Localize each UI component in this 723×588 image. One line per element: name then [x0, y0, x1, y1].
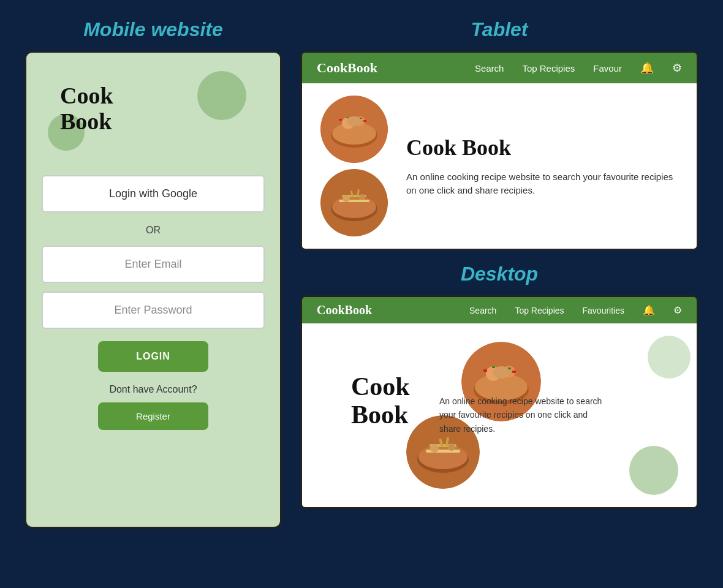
desktop-bell-icon[interactable]: 🔔	[643, 304, 655, 316]
mobile-mockup: Cook Book Login with Google OR Enter Ema…	[25, 51, 282, 529]
svg-point-35	[448, 443, 455, 451]
desktop-logo: CookBook	[317, 303, 372, 317]
svg-point-26	[493, 366, 510, 379]
desktop-nav-favourities[interactable]: Favourities	[583, 306, 624, 315]
desktop-nav-search[interactable]: Search	[469, 306, 496, 315]
or-label: OR	[42, 225, 265, 236]
mobile-logo: Cook Book	[60, 83, 113, 135]
desktop-nav: CookBook Search Top Recipies Favourities…	[302, 297, 697, 323]
desktop-nav-top-recipies[interactable]: Top Recipies	[515, 306, 564, 315]
gear-icon[interactable]: ⚙	[672, 61, 682, 75]
login-google-button[interactable]: Login with Google	[42, 175, 265, 213]
tablet-section-title: Tablet	[300, 18, 698, 41]
svg-rect-5	[339, 119, 342, 121]
svg-rect-24	[483, 369, 487, 372]
login-button[interactable]: LOGIN	[98, 341, 208, 372]
svg-rect-27	[492, 366, 495, 368]
food-image-1	[320, 96, 388, 163]
food-image-2	[320, 169, 388, 236]
desktop-description: An online cooking recipe website to sear…	[439, 394, 611, 435]
tablet-text-area: Cook Book An online cooking recipe websi…	[406, 135, 678, 198]
mobile-logo-area: Cook Book	[42, 71, 265, 151]
svg-rect-25	[512, 371, 516, 373]
svg-point-12	[332, 196, 376, 218]
tablet-nav: CookBook Search Top Recipies Favour 🔔 ⚙	[302, 53, 697, 83]
tablet-book-logo: Cook Book	[406, 135, 678, 160]
tablet-description: An online cooking recipe website to sear…	[406, 170, 678, 198]
desktop-content: Cook Book	[302, 323, 697, 507]
svg-rect-9	[360, 118, 362, 119]
email-input[interactable]: Enter Email	[42, 246, 265, 283]
bell-icon[interactable]: 🔔	[640, 61, 654, 75]
svg-point-34	[430, 444, 439, 453]
svg-rect-28	[508, 368, 511, 369]
svg-rect-6	[363, 120, 366, 122]
tablet-nav-favour[interactable]: Favour	[593, 63, 622, 74]
svg-rect-8	[346, 117, 349, 118]
svg-point-7	[347, 116, 362, 126]
register-button[interactable]: Register	[98, 402, 208, 430]
no-account-label: Dont have Account?	[42, 384, 265, 395]
tablet-logo: CookBook	[317, 60, 377, 76]
mobile-circle-large	[197, 71, 246, 120]
tablet-nav-search[interactable]: Search	[475, 63, 504, 74]
desktop-mockup: CookBook Search Top Recipies Favourities…	[300, 295, 698, 509]
svg-point-16	[359, 194, 365, 200]
svg-point-15	[343, 195, 350, 202]
tablet-content: Cook Book An online cooking recipe websi…	[302, 83, 697, 249]
svg-point-31	[418, 445, 467, 469]
desktop-gear-icon[interactable]: ⚙	[673, 304, 682, 316]
tablet-images	[320, 96, 388, 236]
password-input[interactable]: Enter Password	[42, 292, 265, 329]
mobile-section-title: Mobile website	[25, 18, 282, 41]
desktop-book-logo: Cook Book	[351, 372, 410, 429]
desktop-section-title: Desktop	[300, 263, 698, 285]
desktop-text-right: An online cooking recipe website to sear…	[439, 394, 611, 435]
tablet-mockup: CookBook Search Top Recipies Favour 🔔 ⚙	[300, 51, 698, 251]
tablet-nav-top-recipies[interactable]: Top Recipies	[522, 63, 575, 74]
